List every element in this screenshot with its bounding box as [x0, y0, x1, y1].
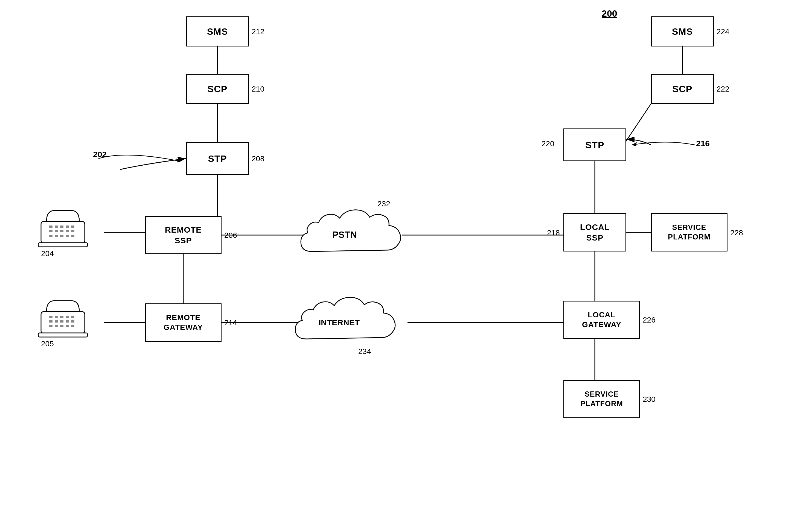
ref-scp1: 210	[251, 85, 264, 93]
svg-rect-53	[38, 333, 88, 337]
svg-rect-51	[66, 325, 69, 327]
diagram-ref: 200	[602, 8, 617, 19]
svg-text:202: 202	[93, 150, 107, 159]
node-service-platform2: SERVICEPLATFORM	[563, 380, 640, 418]
ref-internet: 234	[358, 347, 371, 356]
svg-rect-38	[49, 316, 53, 318]
svg-rect-46	[66, 320, 69, 322]
node-sms1: SMS	[186, 16, 249, 46]
ref-remote-gw: 214	[224, 318, 237, 327]
ref-pstn: 232	[377, 199, 390, 208]
svg-rect-44	[55, 320, 58, 322]
ref-216-arrow: 216	[626, 134, 708, 156]
svg-rect-25	[71, 226, 74, 228]
ref-sms2: 224	[716, 27, 729, 36]
node-stp2: STP	[563, 129, 626, 161]
node-remote-ssp: REMOTESSP	[145, 216, 221, 254]
ref-stp2-left: 220	[541, 139, 554, 148]
svg-rect-29	[66, 230, 69, 232]
node-sms2: SMS	[651, 16, 714, 46]
svg-rect-41	[66, 316, 69, 318]
node-remote-gw: REMOTEGATEWAY	[145, 303, 221, 342]
svg-rect-21	[49, 226, 53, 228]
ref-202-arrow: 202	[85, 145, 194, 172]
svg-rect-36	[38, 243, 88, 247]
ref-service-platform1: 228	[730, 228, 743, 237]
svg-rect-47	[71, 320, 74, 322]
svg-rect-26	[49, 230, 53, 232]
ref-phone1: 204	[41, 249, 54, 258]
svg-text:216: 216	[696, 139, 710, 148]
svg-rect-28	[60, 230, 63, 232]
node-scp1: SCP	[186, 74, 249, 104]
svg-rect-27	[55, 230, 58, 232]
svg-rect-43	[49, 320, 53, 322]
svg-rect-30	[71, 230, 74, 232]
svg-rect-32	[55, 235, 58, 237]
svg-rect-33	[60, 235, 63, 237]
node-stp1: STP	[186, 142, 249, 175]
svg-rect-34	[66, 235, 69, 237]
svg-rect-39	[55, 316, 58, 318]
ref-remote-ssp: 206	[224, 231, 237, 240]
node-local-ssp: LOCALSSP	[563, 213, 626, 252]
phone2	[33, 295, 93, 339]
cloud-pstn: PSTN	[290, 202, 418, 265]
node-scp2: SCP	[651, 74, 714, 104]
ref-sms1: 212	[251, 27, 264, 36]
ref-phone2: 205	[41, 340, 54, 348]
node-service-platform1: SERVICEPLATFORM	[651, 213, 727, 252]
svg-rect-45	[60, 320, 63, 322]
svg-rect-42	[71, 316, 74, 318]
svg-rect-49	[55, 325, 58, 327]
svg-marker-56	[632, 142, 637, 146]
ref-local-gw: 226	[643, 316, 655, 325]
ref-scp2: 222	[716, 85, 729, 93]
cloud-internet: INTERNET	[285, 290, 413, 352]
svg-rect-23	[60, 226, 63, 228]
svg-rect-50	[60, 325, 63, 327]
svg-rect-52	[71, 325, 74, 327]
ref-service-platform2: 230	[643, 395, 655, 404]
svg-rect-24	[66, 226, 69, 228]
svg-text:PSTN: PSTN	[332, 229, 357, 240]
diagram: 200	[0, 0, 812, 527]
node-local-gw: LOCALGATEWAY	[563, 301, 640, 339]
svg-rect-22	[55, 226, 58, 228]
phone1	[33, 205, 93, 249]
ref-local-ssp: 218	[547, 228, 560, 237]
svg-rect-35	[71, 235, 74, 237]
svg-rect-40	[60, 316, 63, 318]
ref-stp1: 208	[251, 154, 264, 163]
svg-rect-48	[49, 325, 53, 327]
svg-rect-31	[49, 235, 53, 237]
svg-text:INTERNET: INTERNET	[319, 318, 360, 327]
